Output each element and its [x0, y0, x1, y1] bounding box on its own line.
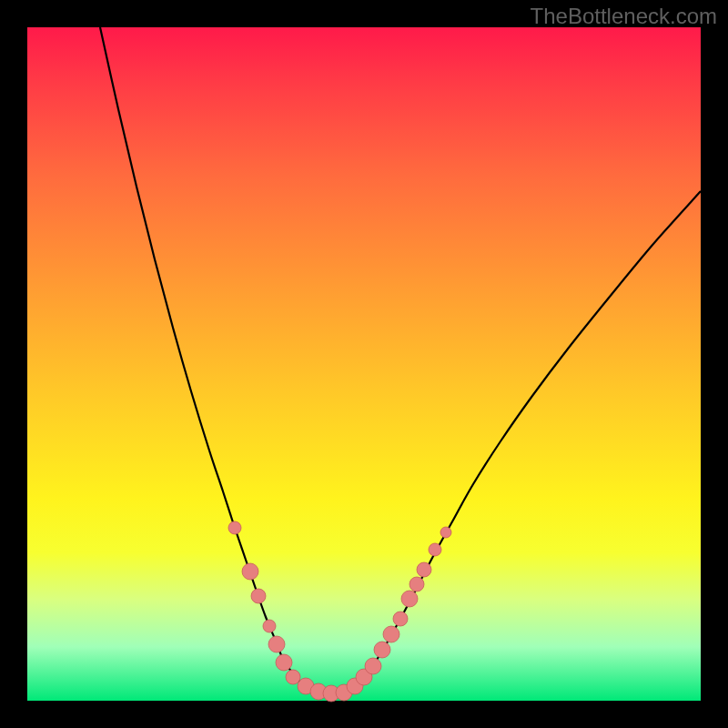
bead-marker: [410, 577, 424, 592]
bead-marker: [228, 521, 241, 534]
bead-marker: [417, 562, 431, 577]
bead-marker: [286, 670, 300, 684]
bead-marker: [440, 527, 451, 538]
curve-svg: [27, 27, 701, 701]
bottleneck-curve: [100, 27, 701, 694]
bead-marker: [242, 563, 258, 580]
bead-marker: [268, 636, 285, 652]
bead-marker: [365, 658, 381, 674]
bead-marker: [276, 654, 292, 671]
bead-marker: [393, 612, 408, 626]
plot-area: [27, 27, 701, 701]
bead-marker: [263, 620, 276, 632]
bead-marker: [401, 591, 418, 607]
bead-marker: [374, 642, 390, 658]
bead-marker: [383, 626, 399, 642]
bead-marker: [251, 589, 266, 603]
outer-frame: TheBottleneck.com: [0, 0, 728, 728]
watermark-label: TheBottleneck.com: [531, 4, 717, 29]
curve-beads: [228, 521, 451, 702]
bead-marker: [429, 543, 441, 556]
